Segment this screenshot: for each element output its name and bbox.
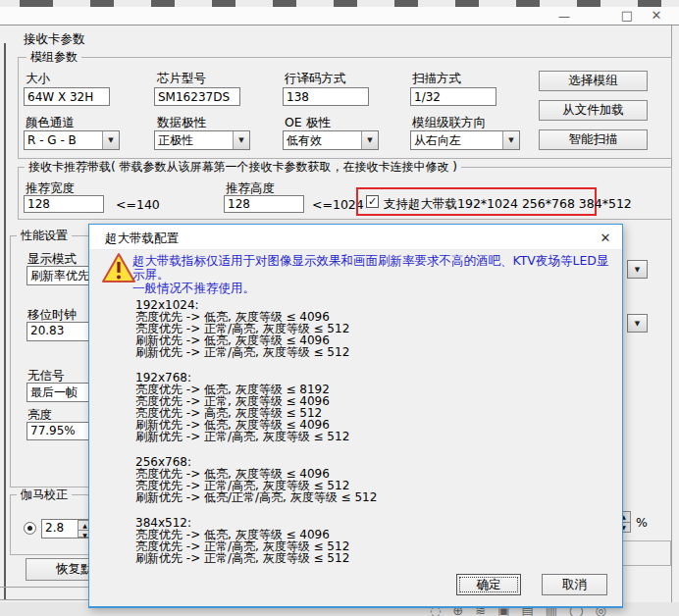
cascade-direction-value: 从右向左 [411,131,502,149]
minimize-button[interactable]: — [549,8,579,25]
oversize-load-checkbox-label: 支持超大带载192*1024 256*768 384*512 [384,196,632,213]
percent-suffix: % [636,515,648,530]
size-label: 大小 [26,71,50,87]
modal-title: 超大带载配置 [105,231,179,247]
cascade-direction-label: 模组级联方向 [412,115,486,131]
window-titlebar: — □ ✕ [0,7,679,26]
warning-text: 超大带载指标仅适用于对图像显示效果和画面刷新率要求不高的酒吧、KTV夜场等LED… [132,254,611,295]
spec-line: 刷新优先 -> 正常/高亮, 灰度等级 ≤ 512 [135,431,597,442]
chip-model-label: 芯片型号 [157,71,206,87]
spec-line: 刷新优先 -> 低亮/正常/高亮, 灰度等级 ≤ 512 [135,491,597,503]
oe-polarity-label: OE 极性 [285,115,331,131]
spec-line: 刷新优先 -> 正常/高亮, 灰度等级 ≤ 512 [135,346,597,358]
color-channel-label: 颜色通道 [26,115,75,131]
oe-polarity-select[interactable]: 低有效 ▼ [283,130,379,150]
chevron-down-icon[interactable]: ▼ [628,315,647,332]
width-limit-text: <=140 [116,197,160,212]
performance-group-title: 性能设置 [17,229,72,242]
close-button[interactable]: ✕ [642,7,671,24]
checkmark-icon: ✓ [368,195,377,208]
warning-line-2: 一般情况不推荐使用。 [132,282,611,295]
ok-button[interactable]: 确定 [456,574,521,595]
chevron-down-icon[interactable]: ▼ [361,131,378,149]
select-module-button[interactable]: 选择模组 [539,71,648,91]
scan-mode-input[interactable] [410,87,496,106]
screen: — □ ✕ 接收卡参数 模组参数 大小 芯片型号 行译码方式 扫描方式 颜色通道… [0,0,679,616]
data-polarity-select[interactable]: 正极性 ▼ [154,130,250,150]
maximize-button[interactable]: □ [612,7,642,24]
color-channel-select[interactable]: R - G - B ▼ [24,130,120,150]
modal-close-icon[interactable]: ✕ [595,229,616,246]
scan-mode-label: 扫描方式 [412,71,461,87]
chip-model-input[interactable] [154,87,240,106]
chevron-down-icon[interactable]: ▼ [102,131,119,149]
warning-line-1: 超大带载指标仅适用于对图像显示效果和画面刷新率要求不高的酒吧、KTV夜场等LED… [132,254,611,282]
size-input[interactable] [24,87,110,106]
spec-line: 刷新优先 -> 正常/高亮, 灰度等级 ≤ 512 [135,552,597,564]
oversize-load-checkbox[interactable]: ✓ [366,195,379,208]
cancel-button[interactable]: 取消 [542,574,607,595]
bottom-divider-line [0,587,88,588]
chevron-down-icon[interactable]: ▼ [628,261,647,278]
chevron-down-icon[interactable]: ▼ [233,131,249,149]
recommended-height-input[interactable] [224,195,304,213]
recommended-width-input[interactable] [24,195,104,213]
oversize-load-modal: 超大带载配置 ✕ 超大带载指标仅适用于对图像显示效果和画面刷新率要求不高的酒吧、… [88,224,623,608]
smart-scan-button[interactable]: 智能扫描 [539,129,648,150]
left-panel-divider [4,43,6,600]
recommended-load-group-title: 接收卡推荐带载( 带载参数从该屏幕第一个接收卡参数获取，在接收卡连接中修改 ) [25,160,461,174]
color-channel-value: R - G - B [25,131,102,149]
gamma-group-title: 伽马校正 [17,488,72,501]
radio-dot-icon [27,526,32,531]
right-partial-box [622,540,671,566]
page-title: 接收卡参数 [24,31,85,48]
oe-polarity-value: 低有效 [284,131,361,149]
load-from-file-button[interactable]: 从文件加载 [539,100,648,121]
bottom-divider-line [0,599,88,600]
spec-section-256x768: 256x768: 亮度优先 -> 低亮, 灰度等级 ≤ 4096 亮度优先 ->… [135,456,597,503]
module-params-group-title: 模组参数 [26,50,81,64]
spec-section-192x1024: 192x1024: 亮度优先 -> 低亮, 灰度等级 ≤ 4096 亮度优先 -… [135,299,597,358]
row-decode-input[interactable] [283,87,369,106]
spec-section-192x768: 192x768: 亮度优先 -> 低亮, 灰度等级 ≤ 8192 亮度优先 ->… [135,372,597,442]
load-spec-list: 192x1024: 亮度优先 -> 低亮, 灰度等级 ≤ 4096 亮度优先 -… [135,299,597,578]
gamma-radio[interactable] [24,522,36,535]
modal-titlebar: 超大带载配置 ✕ [89,225,622,250]
spec-section-384x512: 384x512: 亮度优先 -> 低亮, 灰度等级 ≤ 4096 亮度优先 ->… [135,517,597,564]
data-polarity-value: 正极性 [155,131,233,149]
warning-icon [101,252,136,283]
right-select-arrow[interactable]: ▼ [627,260,648,279]
chevron-down-icon[interactable]: ▼ [502,131,519,149]
cascade-direction-select[interactable]: 从右向左 ▼ [410,130,520,150]
right-select-arrow[interactable]: ▼ [627,314,648,333]
clipped-menu-bar [0,0,679,7]
data-polarity-label: 数据极性 [157,115,206,131]
row-decode-label: 行译码方式 [285,71,346,87]
